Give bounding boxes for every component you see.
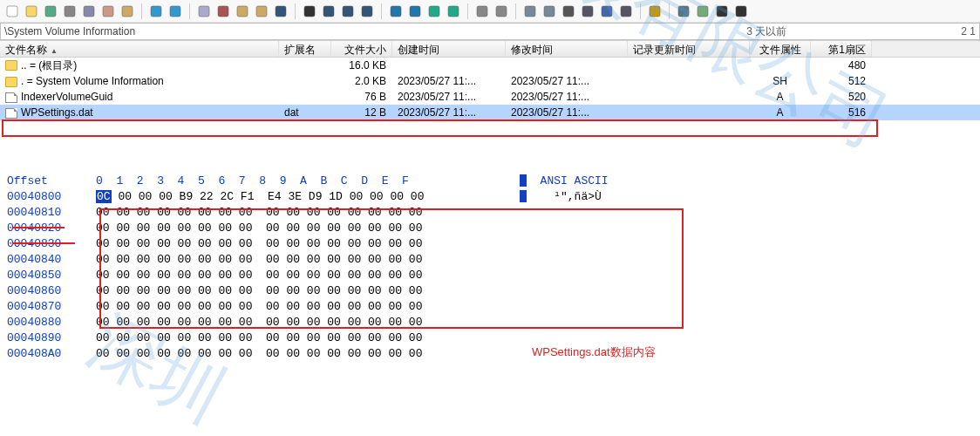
report-icon[interactable]	[694, 3, 711, 20]
file-attr: A	[750, 105, 811, 120]
new-doc-icon[interactable]	[3, 3, 21, 20]
toolbar-separator	[295, 3, 296, 19]
hex-offset: 000408A0	[0, 347, 96, 360]
svg-rect-34	[736, 6, 746, 17]
print-icon[interactable]	[61, 3, 78, 20]
hex-row[interactable]: 0004088000 00 00 00 00 00 00 00 00 00 00…	[0, 314, 980, 330]
calc-icon[interactable]	[579, 3, 596, 20]
file-size: 2.0 KB	[331, 73, 392, 89]
open-folder-icon[interactable]	[23, 3, 40, 20]
goto-end-icon[interactable]	[406, 3, 424, 20]
find-hex-icon[interactable]	[320, 3, 337, 20]
file-sector: 480	[811, 58, 872, 73]
file-ctime	[392, 64, 506, 67]
hex-bytes: 00 00 00 00 00 00 00 00 00 00 00 00 00 0…	[96, 316, 506, 329]
path-right-info: 2 1	[961, 25, 976, 37]
file-ext: dat	[279, 105, 331, 120]
svg-rect-19	[410, 6, 420, 17]
col-header-mtime[interactable]: 修改时间	[506, 41, 628, 57]
hex-row[interactable]: 0004082000 00 00 00 00 00 00 00 00 00 00…	[0, 220, 980, 235]
svg-rect-30	[650, 6, 660, 17]
file-size: 12 B	[331, 105, 392, 120]
table-row[interactable]: .. = (根目录)16.0 KB480	[0, 58, 980, 73]
svg-rect-7	[151, 6, 161, 17]
file-mtime: 2023/05/27 11:...	[506, 73, 628, 89]
hex-row[interactable]: 0004086000 00 00 00 00 00 00 00 00 00 00…	[0, 283, 980, 298]
copy-icon[interactable]	[195, 3, 213, 20]
svg-rect-32	[698, 6, 708, 17]
page-icon	[5, 108, 17, 119]
replace-hex-icon[interactable]	[358, 3, 376, 20]
hex-row[interactable]: 0004084000 00 00 00 00 00 00 00 00 00 00…	[0, 251, 980, 267]
table-row[interactable]: IndexerVolumeGuid76 B2023/05/27 11:...20…	[0, 89, 980, 105]
col-header-name[interactable]: 文件名称	[0, 41, 279, 57]
goto-start-icon[interactable]	[387, 3, 405, 20]
hex-label-icon[interactable]	[339, 3, 357, 20]
hex-bytes: 00 00 00 00 00 00 00 00 00 00 00 00 00 0…	[96, 300, 506, 313]
hex-row[interactable]: 0004085000 00 00 00 00 00 00 00 00 00 00…	[0, 267, 980, 283]
file-mtime: 2023/05/27 11:...	[506, 89, 628, 105]
file-ext	[279, 95, 331, 99]
hex-row[interactable]: 0004089000 00 00 00 00 00 00 00 00 00 00…	[0, 330, 980, 345]
col-header-sect[interactable]: 第1扇区	[811, 41, 872, 57]
redo-icon[interactable]	[167, 3, 184, 20]
svg-rect-23	[496, 6, 507, 17]
table-row[interactable]: . = System Volume Information2.0 KB2023/…	[0, 73, 980, 89]
col-header-ext[interactable]: 扩展名	[279, 41, 331, 57]
file-grid-header: 文件名称 扩展名 文件大小 创建时间 修改时间 记录更新时间 文件属性 第1扇区	[0, 40, 980, 58]
back-icon[interactable]	[425, 3, 443, 20]
paste-icon[interactable]	[234, 3, 251, 20]
col-header-ctime[interactable]: 创建时间	[392, 41, 506, 57]
clipboard-icon[interactable]	[99, 3, 117, 20]
hex-row[interactable]: 000408A000 00 00 00 00 00 00 00 00 00 00…	[0, 345, 980, 361]
nav-b-icon[interactable]	[493, 3, 510, 20]
camera-icon[interactable]	[617, 3, 635, 20]
hex-row[interactable]: 0004083000 00 00 00 00 00 00 00 00 00 00…	[0, 235, 980, 251]
file-name: WPSettings.dat	[21, 106, 93, 119]
col-header-size[interactable]: 文件大小	[331, 41, 392, 57]
next-icon[interactable]	[732, 3, 750, 20]
file-ctime: 2023/05/27 11:...	[392, 73, 506, 89]
forward-icon[interactable]	[445, 3, 462, 20]
hex-row[interactable]: 0004081000 00 00 00 00 00 00 00 00 00 00…	[0, 204, 980, 220]
file-sector: 516	[811, 105, 872, 120]
chip-icon[interactable]	[560, 3, 577, 20]
binary-icon[interactable]	[272, 3, 289, 20]
print-preview-icon[interactable]	[80, 3, 98, 20]
svg-rect-22	[477, 6, 487, 17]
svg-rect-27	[582, 6, 593, 17]
svg-rect-21	[448, 6, 459, 17]
hex-offset: 00040880	[0, 316, 96, 329]
hex-bytes: 00 00 00 00 00 00 00 00 00 00 00 00 00 0…	[96, 331, 506, 344]
main-toolbar	[0, 0, 980, 23]
paste-special-icon[interactable]	[253, 3, 270, 20]
cut-icon[interactable]	[214, 3, 232, 20]
folder-icon	[5, 77, 17, 87]
hex-row[interactable]: 000408000C 00 00 00 B9 22 2C F1 E4 3E D9…	[0, 188, 980, 204]
path-bar: \System Volume Information 3 天以前 2 1	[0, 23, 980, 40]
toolbar-separator	[640, 3, 641, 19]
hex-viewer: Offset 0 1 2 3 4 5 6 7 8 9 A B C D E F A…	[0, 173, 980, 361]
col-header-attr[interactable]: 文件属性	[750, 41, 811, 57]
cursor-marker-icon	[520, 174, 527, 187]
disk-icon[interactable]	[521, 3, 539, 20]
tree-icon[interactable]	[675, 3, 692, 20]
undo-icon[interactable]	[147, 3, 165, 20]
hex-ascii: ¹",ñä>Ù	[506, 190, 645, 203]
prev-icon[interactable]	[713, 3, 731, 20]
page-icon	[5, 92, 17, 103]
save-icon[interactable]	[42, 3, 59, 20]
svg-rect-12	[256, 6, 267, 17]
cabinet-icon[interactable]	[119, 3, 136, 20]
hex-offset: 00040860	[0, 284, 96, 297]
hex-row[interactable]: 0004087000 00 00 00 00 00 00 00 00 00 00…	[0, 298, 980, 314]
table-row[interactable]: WPSettings.datdat12 B2023/05/27 11:...20…	[0, 105, 980, 120]
col-header-rtime[interactable]: 记录更新时间	[628, 41, 750, 57]
find-icon[interactable]	[301, 3, 318, 20]
svg-rect-17	[362, 6, 372, 17]
search-icon[interactable]	[598, 3, 616, 20]
disk2-icon[interactable]	[541, 3, 558, 20]
gear-icon[interactable]	[646, 3, 664, 20]
nav-a-icon[interactable]	[473, 3, 491, 20]
file-attr: SH	[750, 73, 811, 89]
